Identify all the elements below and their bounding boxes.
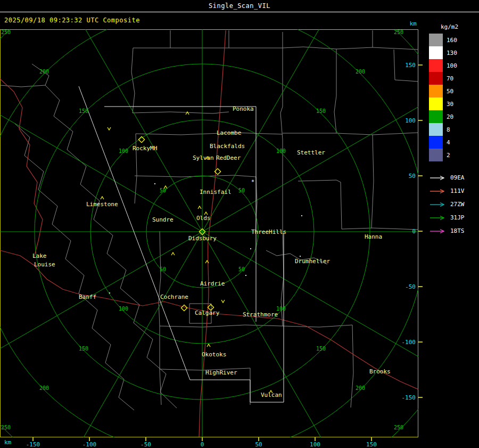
ring-distance-label: 50: [160, 188, 166, 193]
town-label: RockyMH: [133, 145, 157, 152]
bottom-axis-label: -50: [141, 441, 151, 448]
azimuth-line: [0, 83, 202, 232]
station-legend-row: 09EA: [429, 171, 479, 184]
station-id: 09EA: [450, 174, 465, 181]
station-legend: 09EA111V27ZW31JP18TS: [429, 171, 479, 238]
azimuth-line: [202, 232, 460, 381]
echo-dot: [301, 215, 302, 216]
azimuth-line: [202, 0, 351, 232]
bottom-axis-label: 50: [255, 441, 262, 448]
colorbar-entry: 130: [429, 46, 479, 59]
colorbar-value: 4: [447, 139, 450, 146]
town-label: Olds: [196, 215, 211, 222]
colorbar-entry: 50: [429, 85, 479, 97]
colorbar-swatch: [429, 97, 443, 110]
town-label: Blackfalds: [210, 143, 245, 150]
town-label: Sylvan: [193, 154, 214, 161]
asterisk-marker: *: [251, 179, 254, 185]
colorbar-swatch: [429, 149, 443, 161]
town-label: Cochrane: [160, 294, 188, 300]
colorbar-swatch: [429, 72, 443, 85]
town-label: Stettler: [297, 149, 325, 156]
right-panel: kg/m2 16013010070503020842 09EA111V27ZW3…: [429, 23, 479, 238]
ring-distance-label: 200: [356, 69, 365, 75]
town-label: Vulcan: [261, 392, 282, 398]
colorbar-value: 100: [447, 62, 457, 69]
right-axis-unit: km: [410, 20, 417, 27]
town-label: Airdrie: [200, 280, 225, 287]
azimuth-line: [202, 83, 460, 232]
colorbar-entry: 160: [429, 34, 479, 46]
colorbar-entry: 70: [429, 72, 479, 85]
radar-coverage-outline: [79, 86, 284, 402]
town-label: Okotoks: [202, 351, 226, 358]
ring-distance-label: 250: [1, 29, 11, 35]
echo-dot: [250, 248, 251, 249]
ring-distance-label: 200: [39, 385, 49, 391]
bottom-axis-label: -150: [26, 441, 40, 448]
radar-site-marker: [138, 136, 144, 142]
town-label: Drumheller: [295, 258, 331, 265]
colorbar-swatch: [429, 110, 443, 123]
town-label: Lake: [32, 252, 47, 259]
station-arrow-icon: [429, 175, 447, 181]
station-id: 111V: [450, 188, 465, 194]
station-legend-row: 18TS: [429, 224, 479, 238]
right-axis-label: 150: [405, 62, 416, 69]
town-marker-caret: [171, 252, 175, 255]
bottom-axis-label: -100: [82, 441, 97, 448]
station-legend-row: 31JP: [429, 211, 479, 224]
ring-distance-label: 150: [316, 346, 326, 352]
colorbar-entry: 20: [429, 110, 479, 123]
colorbar-swatch: [429, 46, 443, 59]
station-id: 27ZW: [450, 201, 465, 208]
colorbar-entry: 2: [429, 149, 479, 161]
town-label: Banff: [79, 294, 96, 300]
ring-distance-label: 50: [160, 266, 166, 272]
radar-site-marker: [181, 305, 187, 311]
station-arrow-icon: [429, 228, 447, 234]
azimuth-line: [53, 232, 202, 448]
town-marker-caret: [198, 206, 201, 209]
town-marker-caret: [207, 344, 210, 347]
town-label: Innisfail: [200, 189, 232, 196]
v-marker: [108, 127, 111, 130]
colorbar-swatch: [429, 85, 443, 97]
ring-distance-label: 150: [316, 108, 326, 114]
colorbar-entry: 100: [429, 59, 479, 72]
station-arrow-icon: [429, 188, 447, 194]
bottom-axis-label: 0: [201, 441, 204, 448]
station-legend-row: 27ZW: [429, 198, 479, 211]
town-label: Limestone: [86, 201, 118, 208]
town-label: Louise: [34, 261, 55, 268]
ring-distance-label: 200: [356, 385, 365, 391]
ring-distance-label: 150: [79, 346, 88, 352]
town-label: Sundre: [152, 216, 174, 223]
echo-dot: [245, 275, 246, 276]
ring-distance-label: 150: [79, 108, 88, 114]
town-label: Calgary: [195, 309, 220, 316]
colorbar-value: 20: [447, 113, 453, 120]
colorbar-value: 8: [447, 126, 450, 133]
ring-distance-label: 250: [394, 425, 403, 430]
bottom-axis-label: 150: [366, 441, 377, 448]
ring-distance-label: 250: [1, 425, 11, 430]
radar-display[interactable]: 5050505010010010010015015015015020020020…: [0, 0, 479, 448]
station-legend-row: 111V: [429, 184, 479, 198]
ring-distance-label: 200: [39, 69, 49, 75]
right-axis-label: -100: [402, 339, 416, 346]
station-id: 31JP: [450, 214, 465, 221]
colorbar-entries: 16013010070503020842: [429, 34, 479, 161]
station-arrow-icon: [429, 201, 447, 208]
colorbar-value: 30: [447, 101, 453, 108]
colorbar-value: 130: [447, 50, 457, 56]
ring-distance-label: 100: [119, 148, 128, 154]
ring-distance-label: 50: [238, 266, 245, 272]
town-label: Hanna: [365, 233, 382, 240]
right-axis-label: 100: [405, 117, 416, 124]
colorbar-value: 50: [447, 88, 453, 95]
ring-distance-label: 250: [394, 29, 403, 35]
town-label: HighRiver: [205, 369, 237, 376]
right-axis-label: -150: [402, 394, 416, 401]
colorbar-entry: 30: [429, 97, 479, 110]
